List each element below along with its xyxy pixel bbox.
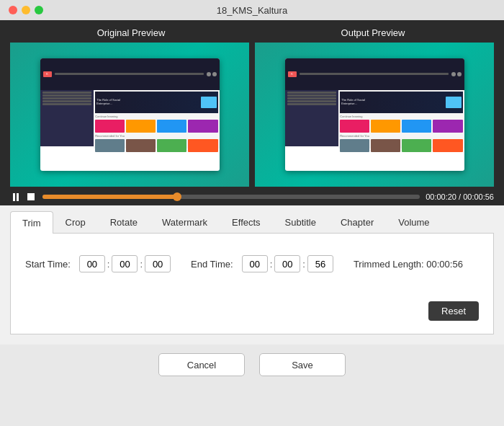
output-screen-menu bbox=[285, 90, 339, 147]
output-hero: The Role of SocialEnterprise... bbox=[340, 92, 462, 114]
start-sep2: : bbox=[140, 259, 143, 270]
output-screen-top: K bbox=[285, 58, 464, 90]
previews-row: K bbox=[10, 43, 494, 187]
progress-fill bbox=[42, 195, 177, 199]
trimmed-label-text: Trimmed Length: bbox=[354, 259, 424, 270]
tab-subtitle[interactable]: Subtitle bbox=[273, 211, 328, 233]
time-display: 00:00:20 / 00:00:56 bbox=[426, 192, 494, 201]
stop-button[interactable] bbox=[25, 191, 37, 203]
tab-rotate[interactable]: Rotate bbox=[98, 211, 150, 233]
tab-chapter[interactable]: Chapter bbox=[328, 211, 386, 233]
time-total: 00:00:56 bbox=[463, 192, 494, 201]
end-hour-input[interactable] bbox=[242, 255, 268, 272]
timeline-area: 00:00:20 / 00:00:56 bbox=[10, 187, 494, 205]
output-preview: K bbox=[255, 43, 494, 187]
output-label: Output Preview bbox=[252, 27, 494, 38]
playback-controls bbox=[10, 191, 37, 203]
original-preview-inner: K bbox=[10, 43, 249, 187]
cancel-button[interactable]: Cancel bbox=[158, 353, 245, 376]
progress-track[interactable] bbox=[42, 195, 420, 199]
output-cards bbox=[340, 120, 462, 133]
end-time-label: End Time: bbox=[191, 259, 233, 270]
start-second-input[interactable] bbox=[145, 255, 171, 272]
reset-row: Reset bbox=[25, 301, 479, 321]
screen-cards bbox=[95, 120, 217, 133]
start-sep1: : bbox=[107, 259, 110, 270]
output-screen: K bbox=[285, 58, 464, 171]
maximize-button[interactable] bbox=[35, 6, 43, 14]
screen-main-content: The Role of SocialEnterprise... Continue… bbox=[94, 90, 219, 148]
window-title: 18_KMS_Kaltura bbox=[217, 5, 287, 16]
video-area: Original Preview Output Preview K bbox=[0, 20, 504, 205]
start-time-label: Start Time: bbox=[25, 259, 71, 270]
tab-trim[interactable]: Trim bbox=[10, 211, 53, 234]
time-settings-row: Start Time: : : End Time: : : Trimmed Le… bbox=[25, 255, 479, 272]
screen-cards-2 bbox=[95, 139, 217, 152]
window-controls bbox=[9, 6, 43, 14]
tab-watermark[interactable]: Watermark bbox=[150, 211, 220, 233]
stop-icon bbox=[27, 193, 35, 200]
preview-labels: Original Preview Output Preview bbox=[10, 27, 494, 38]
end-second-input[interactable] bbox=[307, 255, 333, 272]
reset-button[interactable]: Reset bbox=[428, 301, 479, 321]
save-button[interactable]: Save bbox=[259, 353, 346, 376]
hero-text: The Role of SocialEnterprise... bbox=[96, 99, 120, 106]
tab-crop[interactable]: Crop bbox=[53, 211, 98, 233]
output-preview-inner: K bbox=[255, 43, 494, 187]
output-sub2: Recommended for You bbox=[340, 134, 462, 138]
start-time-fields: : : bbox=[79, 255, 171, 272]
trimmed-value: 00:00:56 bbox=[426, 259, 463, 270]
original-label: Original Preview bbox=[10, 27, 252, 38]
screen-menu bbox=[40, 90, 94, 147]
pause-icon bbox=[13, 193, 19, 201]
tabs-row: Trim Crop Rotate Watermark Effects Subti… bbox=[10, 205, 494, 234]
end-minute-input[interactable] bbox=[274, 255, 300, 272]
screen-sub2: Recommended for You bbox=[95, 134, 217, 138]
tab-volume[interactable]: Volume bbox=[386, 211, 441, 233]
progress-thumb[interactable] bbox=[173, 192, 181, 201]
screen-top-bar: K bbox=[40, 58, 220, 90]
close-button[interactable] bbox=[9, 6, 17, 14]
pause-button[interactable] bbox=[10, 191, 22, 203]
output-screen-content: The Role of SocialEnterprise... Continue… bbox=[338, 90, 464, 148]
end-sep2: : bbox=[302, 259, 305, 270]
original-screen: K bbox=[40, 58, 220, 171]
output-cards-2 bbox=[340, 139, 462, 152]
time-current: 00:00:20 bbox=[426, 192, 456, 201]
screen-hero: The Role of SocialEnterprise... bbox=[95, 92, 217, 114]
output-hero-text: The Role of SocialEnterprise... bbox=[341, 99, 365, 106]
start-hour-input[interactable] bbox=[79, 255, 105, 272]
output-sub-heading: Continue learning bbox=[340, 115, 462, 118]
minimize-button[interactable] bbox=[22, 6, 30, 14]
original-preview: K bbox=[10, 43, 249, 187]
tab-effects[interactable]: Effects bbox=[220, 211, 273, 233]
footer: Cancel Save bbox=[0, 345, 504, 385]
title-bar: 18_KMS_Kaltura bbox=[0, 0, 504, 20]
trimmed-length-label: Trimmed Length: 00:00:56 bbox=[354, 259, 463, 270]
end-sep1: : bbox=[270, 259, 273, 270]
end-time-fields: : : bbox=[242, 255, 333, 272]
screen-sub-heading: Continue learning bbox=[95, 115, 217, 118]
start-minute-input[interactable] bbox=[112, 255, 138, 272]
tab-content-trim: Start Time: : : End Time: : : Trimmed Le… bbox=[10, 234, 494, 334]
editor-panel: Trim Crop Rotate Watermark Effects Subti… bbox=[0, 205, 504, 345]
